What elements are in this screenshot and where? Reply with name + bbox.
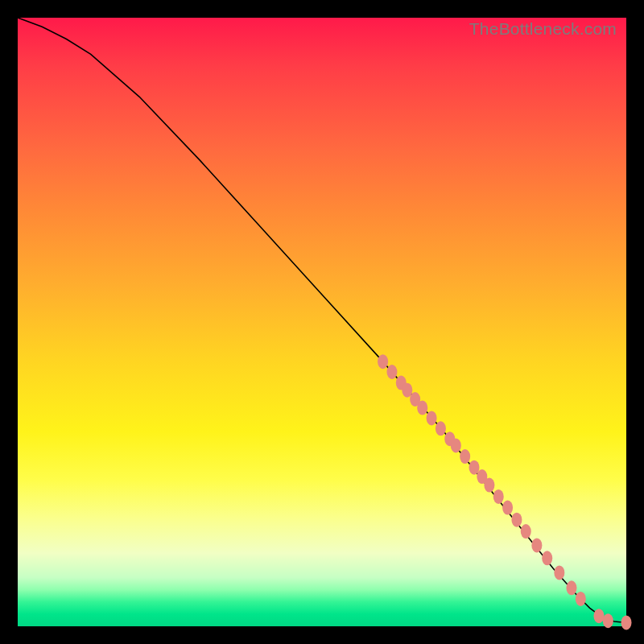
data-point <box>511 513 522 527</box>
data-point <box>378 354 388 369</box>
data-point <box>451 438 461 452</box>
data-point <box>502 501 513 515</box>
data-point <box>521 524 531 539</box>
data-point <box>417 401 427 415</box>
data-point <box>460 449 470 464</box>
data-point <box>603 613 613 628</box>
data-point <box>621 615 632 630</box>
data-point <box>566 580 576 595</box>
data-point <box>542 551 552 565</box>
data-point <box>554 565 564 580</box>
data-point <box>484 478 494 493</box>
scatter-points <box>378 354 631 630</box>
data-point <box>531 538 542 552</box>
data-point <box>576 592 586 606</box>
data-point <box>386 365 397 379</box>
chart-svg <box>18 18 626 626</box>
bottleneck-curve <box>18 18 626 622</box>
data-point <box>427 411 437 425</box>
data-point <box>493 489 504 504</box>
data-point <box>593 609 604 623</box>
data-point <box>436 421 446 436</box>
chart-plot-area: TheBottleneck.com <box>18 18 626 626</box>
